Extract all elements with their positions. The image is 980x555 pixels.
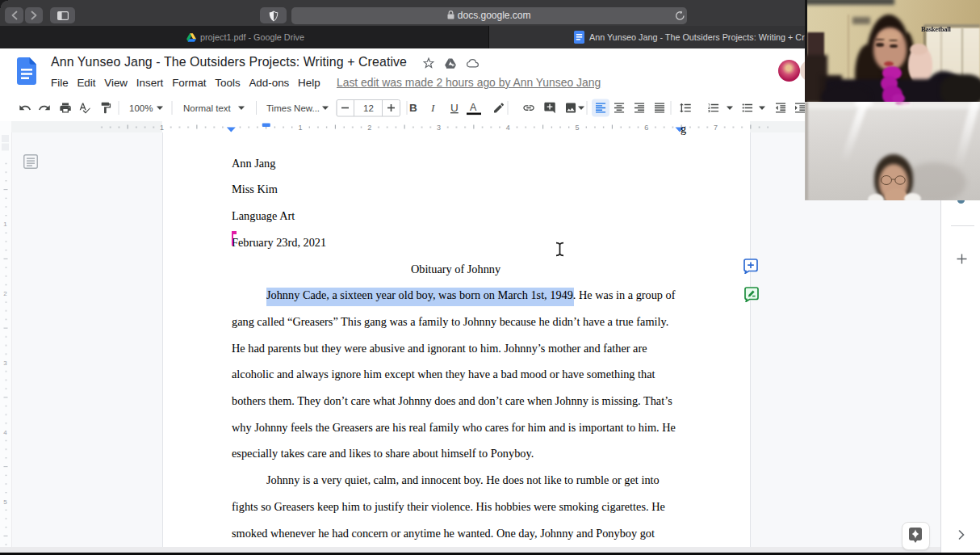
svg-text:Times New...: Times New... bbox=[266, 103, 320, 113]
svg-text:A: A bbox=[470, 102, 477, 113]
svg-text:3: 3 bbox=[437, 124, 441, 132]
svg-text:B: B bbox=[409, 102, 417, 114]
svg-text:7: 7 bbox=[714, 124, 718, 132]
svg-text:1: 1 bbox=[160, 124, 164, 132]
svg-text:I: I bbox=[430, 102, 436, 114]
svg-text:1: 1 bbox=[298, 124, 302, 132]
svg-text:12: 12 bbox=[363, 103, 374, 113]
svg-text:100%: 100% bbox=[129, 103, 153, 113]
svg-text:U: U bbox=[450, 102, 459, 114]
svg-text:4: 4 bbox=[506, 124, 510, 132]
svg-text:6: 6 bbox=[644, 124, 648, 132]
svg-text:5: 5 bbox=[575, 124, 579, 132]
svg-text:2: 2 bbox=[367, 124, 371, 132]
svg-text:Normal text: Normal text bbox=[183, 103, 232, 113]
